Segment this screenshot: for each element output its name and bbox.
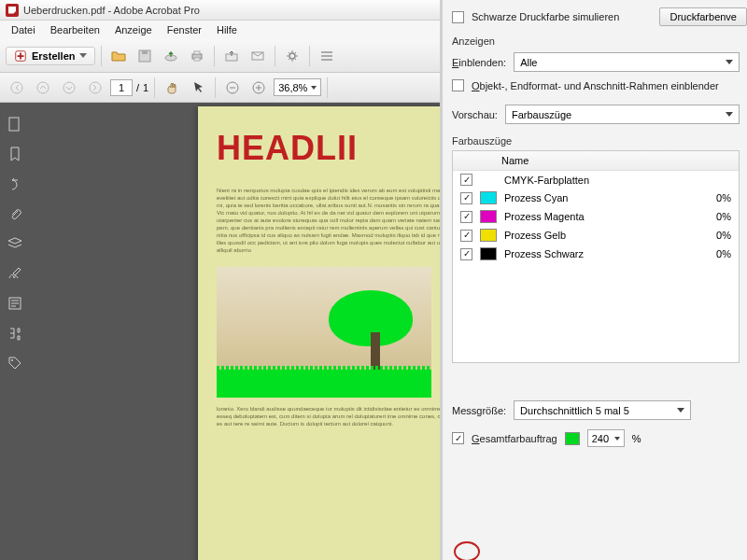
anzeigen-label: Anzeigen <box>452 35 747 47</box>
first-page-button[interactable] <box>6 77 28 99</box>
tag-icon <box>7 355 23 371</box>
svg-rect-2 <box>142 50 148 54</box>
menu-fenster[interactable]: Fenster <box>160 22 209 37</box>
customize-button[interactable] <box>316 45 338 67</box>
separator <box>275 46 275 66</box>
separation-row[interactable]: Prozess Schwarz 0% <box>453 245 739 263</box>
vorschau-select[interactable]: Farbauszüge <box>505 105 740 124</box>
menu-anzeige[interactable]: Anzeige <box>107 22 160 37</box>
save-button[interactable] <box>134 45 156 67</box>
model-tree-button[interactable] <box>7 325 23 342</box>
separation-name: Prozess Schwarz <box>504 248 709 259</box>
separator <box>101 46 102 66</box>
article-icon <box>7 295 23 312</box>
pdf-page: HEADLII Nient ra in remporios molupta cu… <box>198 106 440 560</box>
zoom-level-select[interactable]: 36,8% <box>274 78 321 96</box>
page-icon <box>7 116 23 133</box>
coverage-value-input[interactable]: 240 <box>587 429 625 447</box>
last-page-button[interactable] <box>84 77 106 99</box>
messgroesse-label: Messgröße: <box>452 405 506 416</box>
page-number-input[interactable] <box>110 79 133 96</box>
svg-point-13 <box>11 82 22 93</box>
open-button[interactable] <box>107 45 130 67</box>
vorschau-value: Farbauszüge <box>512 109 571 120</box>
separations-list: Name CMYK-Farbplatten Prozess Cyan 0% Pr… <box>452 150 740 363</box>
cloud-upload-icon <box>163 49 178 63</box>
cloud-button[interactable] <box>160 45 182 67</box>
navpane <box>0 103 30 560</box>
ink-manager-button[interactable]: Druckfarbenve <box>659 7 747 26</box>
sample-size-select[interactable]: Durchschnittlich 5 mal 5 <box>514 400 691 420</box>
einblenden-value: Alle <box>520 57 537 68</box>
next-page-button[interactable] <box>58 77 80 99</box>
boxes-label: Objekt-, Endformat- und Anschnitt-Rahmen… <box>472 80 719 91</box>
total-coverage-checkbox[interactable] <box>452 432 464 444</box>
body-text: Nient ra in remporios molupta cusdae qui… <box>217 187 440 254</box>
menu-hilfe[interactable]: Hilfe <box>209 22 245 37</box>
headline-text: HEADLII <box>217 129 440 168</box>
select-tool-button[interactable] <box>187 77 209 99</box>
create-plus-icon <box>14 49 27 63</box>
menubar: Datei Bearbeiten Anzeige Fenster Hilfe <box>0 21 440 39</box>
thumbnails-panel-button[interactable] <box>7 116 23 133</box>
separation-checkbox[interactable] <box>460 230 472 242</box>
svg-point-14 <box>37 82 49 93</box>
separator <box>214 46 215 66</box>
attachments-panel-button[interactable] <box>7 205 23 222</box>
separation-checkbox[interactable] <box>460 211 472 223</box>
down-arrow-icon <box>62 80 77 95</box>
svg-point-16 <box>90 82 101 93</box>
workspace: HEADLII Nient ra in remporios molupta cu… <box>0 103 440 560</box>
prev-page-button[interactable] <box>32 77 54 99</box>
paperclip-icon <box>7 205 23 222</box>
menu-bearbeiten[interactable]: Bearbeiten <box>43 22 107 37</box>
zoom-in-button[interactable] <box>247 77 270 99</box>
hand-icon <box>164 80 179 95</box>
separation-percent: 0% <box>716 211 731 222</box>
hand-tool-button[interactable] <box>161 77 183 99</box>
separation-checkbox[interactable] <box>460 174 472 186</box>
boxes-checkbox[interactable] <box>452 79 464 91</box>
separation-percent: 0% <box>716 248 731 259</box>
svg-rect-5 <box>194 51 200 54</box>
separation-row[interactable]: Prozess Gelb 0% <box>453 226 739 245</box>
acrobat-app-icon <box>6 4 19 17</box>
svg-rect-6 <box>194 58 200 61</box>
zoom-out-button[interactable] <box>221 77 244 99</box>
bookmarks-panel-button[interactable] <box>7 146 23 162</box>
sample-size-value: Durchschnittlich 5 mal 5 <box>520 405 629 416</box>
einblenden-select[interactable]: Alle <box>514 52 740 72</box>
titlebar: Ueberdrucken.pdf - Adobe Acrobat Pro <box>0 0 440 21</box>
undo-button[interactable] <box>7 175 23 192</box>
settings-button[interactable] <box>281 45 303 67</box>
percent-sign: % <box>632 433 641 444</box>
plus-icon <box>251 80 266 95</box>
tags-panel-button[interactable] <box>7 355 23 371</box>
document-canvas[interactable]: HEADLII Nient ra in remporios molupta cu… <box>30 103 440 560</box>
swatch-magenta-icon <box>480 210 497 223</box>
layers-panel-button[interactable] <box>7 235 23 252</box>
create-button[interactable]: Erstellen <box>6 47 95 65</box>
separation-checkbox[interactable] <box>460 248 472 260</box>
separation-name: Prozess Gelb <box>504 230 709 241</box>
separation-row[interactable]: Prozess Cyan 0% <box>453 189 739 207</box>
separation-row[interactable]: CMYK-Farbplatten <box>453 171 739 189</box>
layers-icon <box>7 235 23 252</box>
ink-warning-overlay <box>217 370 431 398</box>
email-button[interactable] <box>247 45 269 67</box>
up-arrow-icon <box>35 80 50 95</box>
window-title: Ueberdrucken.pdf - Adobe Acrobat Pro <box>23 5 200 16</box>
separator <box>154 77 155 98</box>
signatures-panel-button[interactable] <box>7 265 23 282</box>
separation-row[interactable]: Prozess Magenta 0% <box>453 207 739 226</box>
first-page-icon <box>9 80 24 95</box>
separation-checkbox[interactable] <box>460 192 472 204</box>
separator <box>215 77 216 98</box>
articles-panel-button[interactable] <box>7 295 23 312</box>
menu-datei[interactable]: Datei <box>4 22 43 37</box>
svg-rect-12 <box>321 59 332 61</box>
share-button[interactable] <box>220 45 243 67</box>
simulate-black-checkbox[interactable] <box>452 11 464 23</box>
last-page-icon <box>88 80 103 95</box>
print-button[interactable] <box>186 45 208 67</box>
